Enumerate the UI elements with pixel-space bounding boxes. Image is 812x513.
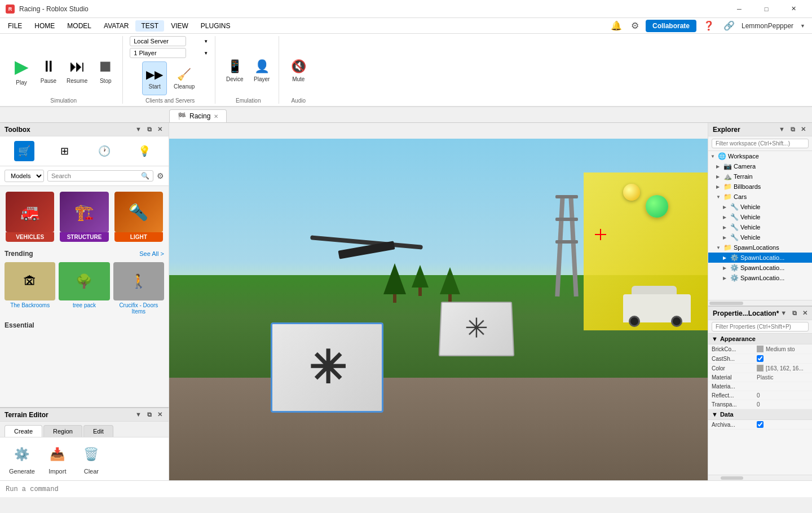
castshadow-checkbox[interactable] — [757, 355, 764, 362]
explorer-scrollbar-thumb[interactable] — [709, 302, 743, 305]
terrain-float-icon[interactable]: ⧉ — [145, 410, 153, 419]
category-structure[interactable]: 🏗️ STRUCTURE — [59, 191, 109, 243]
player-button[interactable]: 👤 Player — [249, 48, 274, 93]
archivable-checkbox[interactable] — [757, 421, 764, 428]
terrain-tab-create[interactable]: Create — [5, 425, 42, 437]
terrain-generate-button[interactable]: ⚙️ Generate — [9, 443, 35, 475]
tree-spawnlocation-1[interactable]: ▶ ⚙️ SpawnLocatio... — [708, 253, 812, 263]
explorer-scrollbar[interactable] — [708, 300, 812, 306]
start-button[interactable]: ▶▶ Start — [142, 61, 167, 95]
local-server-select[interactable]: Local Server — [130, 36, 186, 46]
terrain-tab-edit[interactable]: Edit — [83, 425, 113, 437]
category-select[interactable]: Models — [5, 170, 44, 182]
tree-cars[interactable]: ▼ 📁 Cars — [708, 192, 812, 202]
tab-racing-close-icon[interactable]: ✕ — [214, 113, 218, 120]
prop-brickcolor[interactable]: BrickCo... Medium sto — [708, 344, 812, 354]
tree-vehicle-3[interactable]: ▶ 🔧 Vehicle — [708, 222, 812, 232]
menu-test[interactable]: TEST — [135, 20, 164, 32]
materialvariant-name: Materia... — [712, 383, 757, 390]
transparency-value: 0 — [757, 401, 809, 408]
tree-spawnlocation-3[interactable]: ▶ ⚙️ SpawnLocatio... — [708, 273, 812, 283]
explorer-collapse-icon[interactable]: ▼ — [777, 125, 787, 134]
search-input[interactable] — [51, 173, 141, 179]
explorer-close-icon[interactable]: ✕ — [799, 125, 807, 134]
toolbox-collapse-icon[interactable]: ▼ — [134, 125, 143, 134]
collaborate-button[interactable]: Collaborate — [646, 20, 696, 32]
device-button[interactable]: 📱 Device — [222, 48, 247, 93]
prop-color[interactable]: Color [163, 162, 16... — [708, 364, 812, 373]
tree-vehicle-1[interactable]: ▶ 🔧 Vehicle — [708, 202, 812, 212]
terrain-collapse-icon[interactable]: ▼ — [134, 410, 143, 419]
category-light[interactable]: 🔦 LIGHT — [113, 191, 164, 243]
player-count-select[interactable]: 1 Player — [130, 48, 186, 58]
menu-view[interactable]: VIEW — [165, 20, 194, 32]
terrain-tab-region[interactable]: Region — [43, 425, 82, 437]
properties-close-icon[interactable]: ✕ — [801, 309, 809, 317]
see-all-link[interactable]: See All > — [139, 250, 164, 257]
cleanup-button[interactable]: 🧹 Cleanup — [170, 61, 198, 95]
terrain-clear-button[interactable]: 🗑️ Clear — [80, 443, 103, 475]
properties-filter-input[interactable] — [712, 322, 809, 331]
toolbox-float-icon[interactable]: ⧉ — [145, 125, 153, 134]
explorer-float-icon[interactable]: ⧉ — [789, 125, 797, 134]
tree-vehicle-4[interactable]: ▶ 🔧 Vehicle — [708, 232, 812, 242]
properties-collapse-icon[interactable]: ▼ — [779, 309, 788, 317]
pause-button[interactable]: ⏸ Pause — [36, 48, 61, 93]
prop-castshadow[interactable]: CastSh... — [708, 354, 812, 364]
spawn-platform-far[interactable]: ✳ — [439, 302, 514, 356]
terrain-close-icon[interactable]: ✕ — [156, 410, 164, 419]
properties-float-icon[interactable]: ⧉ — [791, 309, 798, 317]
settings-icon[interactable]: ⚙ — [629, 19, 641, 32]
prop-materialvariant[interactable]: Materia... — [708, 382, 812, 391]
category-vehicles[interactable]: 🚒 VEHICLES — [5, 191, 55, 243]
chevron-down-icon[interactable]: ▼ — [798, 22, 807, 30]
share-icon[interactable]: 🔗 — [721, 19, 737, 32]
tree-spawnlocation-2[interactable]: ▶ ⚙️ SpawnLocatio... — [708, 263, 812, 273]
username-label[interactable]: LemmonPeppper — [742, 22, 793, 30]
menu-file[interactable]: FILE — [2, 20, 28, 32]
tree-workspace[interactable]: ▼ 🌐 Workspace — [708, 151, 812, 161]
properties-scrollbar-thumb[interactable] — [721, 476, 743, 480]
prop-archivable[interactable]: Archiva... — [708, 420, 812, 430]
explorer-filter-input[interactable] — [712, 139, 809, 148]
viewport[interactable]: ✳ ✳ — [169, 139, 708, 480]
tree-spawnlocations[interactable]: ▼ 📁 SpawnLocations — [708, 242, 812, 253]
minimize-button[interactable]: ─ — [726, 0, 752, 18]
prop-reflectance[interactable]: Reflect... 0 — [708, 391, 812, 400]
trending-crucifix[interactable]: 🚶 Crucifix - Doors Items — [113, 262, 164, 315]
trending-tree-pack[interactable]: 🌳 tree pack — [59, 262, 109, 315]
toolbox-recent-icon[interactable]: 🕐 — [94, 141, 114, 161]
help-icon[interactable]: ❓ — [701, 19, 717, 32]
maximize-button[interactable]: □ — [753, 0, 779, 18]
prop-material[interactable]: Material Plastic — [708, 373, 812, 382]
toolbox-mymodels-icon[interactable]: ⊞ — [54, 141, 74, 161]
trending-grid: 🏚 The Backrooms 🌳 tree pack 🚶 Crucifix -… — [5, 262, 164, 315]
tree-camera[interactable]: ▶ 📷 Camera — [708, 161, 812, 171]
tree-vehicle-2[interactable]: ▶ 🔧 Vehicle — [708, 212, 812, 222]
data-section[interactable]: ▼ Data — [708, 409, 812, 420]
terrain-import-button[interactable]: 📥 Import — [46, 443, 69, 475]
toolbox-suggested-icon[interactable]: 💡 — [134, 141, 155, 161]
prop-transparency[interactable]: Transpa... 0 — [708, 400, 812, 409]
notifications-icon[interactable]: 🔔 — [608, 19, 624, 32]
tab-racing[interactable]: 🏁 Racing ✕ — [169, 109, 227, 122]
menu-avatar[interactable]: AVATAR — [98, 20, 134, 32]
tree-terrain[interactable]: ▶ ⛰️ Terrain — [708, 171, 812, 182]
command-input[interactable] — [6, 485, 806, 493]
mute-button[interactable]: 🔇 Mute — [286, 48, 311, 93]
toolbox-marketplace-icon[interactable]: 🛒 — [14, 141, 34, 161]
close-button[interactable]: ✕ — [780, 0, 806, 18]
spawn-platform-main[interactable]: ✳ — [271, 322, 383, 413]
menu-plugins[interactable]: PLUGINS — [195, 20, 236, 32]
toolbox-close-icon[interactable]: ✕ — [156, 125, 164, 134]
menu-home[interactable]: HOME — [29, 20, 60, 32]
tree-billboards[interactable]: ▶ 📁 Billboards — [708, 182, 812, 192]
trending-backrooms[interactable]: 🏚 The Backrooms — [5, 262, 55, 315]
play-button[interactable]: ▶ Play — [9, 48, 34, 93]
menu-model[interactable]: MODEL — [61, 20, 97, 32]
appearance-section[interactable]: ▼ Appearance — [708, 334, 812, 344]
properties-scrollbar[interactable] — [708, 475, 812, 480]
stop-button[interactable]: ⏹ Stop — [93, 48, 118, 93]
filter-icon[interactable]: ⚙ — [157, 171, 164, 180]
resume-button[interactable]: ⏭ Resume — [63, 48, 91, 93]
